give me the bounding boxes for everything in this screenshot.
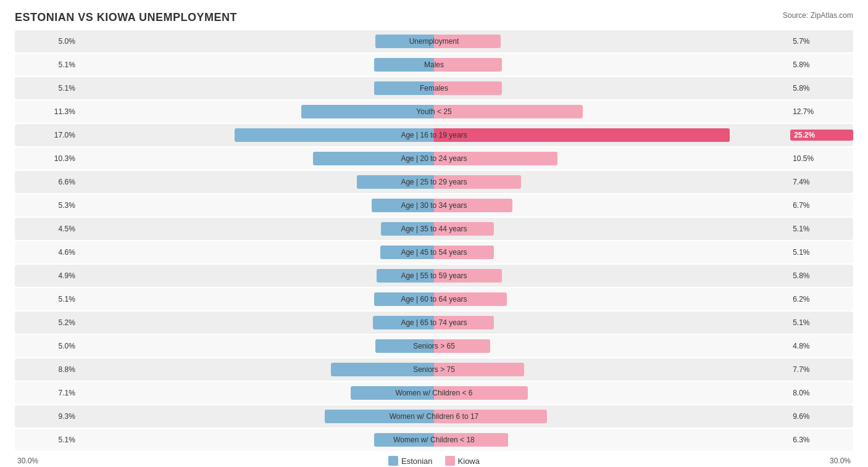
bar-row: 7.1%Women w/ Children < 68.0% xyxy=(15,382,853,404)
right-value: 4.8% xyxy=(790,342,853,350)
left-value: 5.1% xyxy=(15,295,78,304)
kiowa-legend-label: Kiowa xyxy=(458,457,480,466)
row-label: Women w/ Children < 18 xyxy=(393,436,475,444)
bar-row: 5.0%Unemployment5.7% xyxy=(15,30,853,52)
bar-row: 4.6%Age | 45 to 54 years5.1% xyxy=(15,241,853,263)
row-label: Age | 25 to 29 years xyxy=(401,178,467,186)
row-label: Age | 16 to 19 years xyxy=(401,131,467,139)
chart-container: ESTONIAN VS KIOWA UNEMPLOYMENT Source: Z… xyxy=(0,0,868,467)
right-value: 7.4% xyxy=(790,178,853,186)
right-value: 5.1% xyxy=(790,225,853,233)
row-label: Age | 20 to 24 years xyxy=(401,154,467,163)
row-label: Age | 55 to 59 years xyxy=(401,271,467,280)
bars-wrapper: Unemployment xyxy=(82,30,787,52)
chart-header: ESTONIAN VS KIOWA UNEMPLOYMENT Source: Z… xyxy=(15,11,853,24)
row-label: Unemployment xyxy=(409,37,459,46)
right-value: 5.7% xyxy=(790,37,853,46)
left-value: 4.5% xyxy=(15,225,78,233)
right-value: 9.6% xyxy=(790,412,853,421)
bars-wrapper: Females xyxy=(82,77,787,99)
left-value: 5.1% xyxy=(15,436,78,444)
right-value: 12.7% xyxy=(790,107,853,116)
legend-item-estonian: Estonian xyxy=(388,456,433,466)
bar-kiowa xyxy=(434,58,502,72)
left-value: 8.8% xyxy=(15,365,78,374)
bars-wrapper: Women w/ Children < 18 xyxy=(82,429,787,451)
right-value: 8.0% xyxy=(790,389,853,397)
left-value: 7.1% xyxy=(15,389,78,397)
row-label: Women w/ Children < 6 xyxy=(396,389,473,397)
left-value: 5.1% xyxy=(15,60,78,69)
left-value: 5.0% xyxy=(15,37,78,46)
right-value: 5.8% xyxy=(790,84,853,93)
left-value: 17.0% xyxy=(15,131,78,139)
bar-row: 4.5%Age | 35 to 44 years5.1% xyxy=(15,218,853,240)
legend: Estonian Kiowa xyxy=(388,456,480,466)
bar-kiowa xyxy=(434,105,583,118)
axis-left-label: 30.0% xyxy=(17,457,38,465)
bars-wrapper: Age | 35 to 44 years xyxy=(82,218,787,240)
row-label: Females xyxy=(420,84,448,93)
left-value: 4.6% xyxy=(15,248,78,257)
left-value: 6.6% xyxy=(15,178,78,186)
bar-kiowa xyxy=(434,128,730,142)
bar-row: 9.3%Women w/ Children 6 to 179.6% xyxy=(15,405,853,428)
row-label: Age | 65 to 74 years xyxy=(401,318,467,327)
bars-wrapper: Age | 60 to 64 years xyxy=(82,288,787,310)
left-value: 10.3% xyxy=(15,154,78,163)
row-label: Males xyxy=(424,60,444,69)
bar-row: 10.3%Age | 20 to 24 years10.5% xyxy=(15,147,853,170)
left-value: 4.9% xyxy=(15,271,78,280)
right-value: 7.7% xyxy=(790,365,853,374)
left-value: 5.3% xyxy=(15,201,78,210)
bars-wrapper: Age | 45 to 54 years xyxy=(82,241,787,263)
bars-wrapper: Age | 16 to 19 years xyxy=(82,124,787,146)
legend-item-kiowa: Kiowa xyxy=(445,456,480,466)
estonian-legend-label: Estonian xyxy=(401,457,433,466)
row-label: Age | 60 to 64 years xyxy=(401,295,467,304)
right-value: 5.8% xyxy=(790,271,853,280)
row-label: Age | 35 to 44 years xyxy=(401,225,467,233)
row-label: Age | 30 to 34 years xyxy=(401,201,467,210)
bars-wrapper: Youth < 25 xyxy=(82,101,787,123)
bar-row: 11.3%Youth < 2512.7% xyxy=(15,101,853,123)
bars-wrapper: Age | 55 to 59 years xyxy=(82,265,787,287)
right-value: 6.3% xyxy=(790,436,853,444)
left-value: 5.1% xyxy=(15,84,78,93)
bars-wrapper: Age | 65 to 74 years xyxy=(82,312,787,334)
right-value: 25.2% xyxy=(790,130,853,141)
chart-area: 5.0%Unemployment5.7%5.1%Males5.8%5.1%Fem… xyxy=(15,30,853,451)
right-value: 10.5% xyxy=(790,154,853,163)
bar-row: 5.3%Age | 30 to 34 years6.7% xyxy=(15,194,853,217)
bars-wrapper: Women w/ Children < 6 xyxy=(82,382,787,404)
bar-row: 5.1%Females5.8% xyxy=(15,77,853,99)
right-value: 5.1% xyxy=(790,248,853,257)
row-label: Women w/ Children 6 to 17 xyxy=(390,412,479,421)
bar-row: 5.1%Women w/ Children < 186.3% xyxy=(15,429,853,451)
row-label: Seniors > 75 xyxy=(413,365,455,374)
right-value: 6.2% xyxy=(790,295,853,304)
chart-title: ESTONIAN VS KIOWA UNEMPLOYMENT xyxy=(15,11,237,24)
chart-footer: 30.0% Estonian Kiowa 30.0% xyxy=(15,456,853,466)
bars-wrapper: Age | 30 to 34 years xyxy=(82,194,787,217)
bars-wrapper: Seniors > 65 xyxy=(82,335,787,357)
row-label: Seniors > 65 xyxy=(413,342,455,350)
bars-wrapper: Age | 25 to 29 years xyxy=(82,171,787,193)
bar-row: 5.2%Age | 65 to 74 years5.1% xyxy=(15,312,853,334)
right-value: 5.1% xyxy=(790,318,853,327)
bar-row: 8.8%Seniors > 757.7% xyxy=(15,358,853,381)
row-label: Youth < 25 xyxy=(416,107,451,116)
axis-right-label: 30.0% xyxy=(830,457,851,465)
row-label: Age | 45 to 54 years xyxy=(401,248,467,257)
right-value: 6.7% xyxy=(790,201,853,210)
bar-row: 6.6%Age | 25 to 29 years7.4% xyxy=(15,171,853,193)
bar-row: 5.0%Seniors > 654.8% xyxy=(15,335,853,357)
bars-wrapper: Seniors > 75 xyxy=(82,358,787,381)
bar-row: 5.1%Age | 60 to 64 years6.2% xyxy=(15,288,853,310)
bar-row: 4.9%Age | 55 to 59 years5.8% xyxy=(15,265,853,287)
bar-row: 5.1%Males5.8% xyxy=(15,54,853,76)
bar-estonian xyxy=(301,105,434,118)
bar-row: 17.0%Age | 16 to 19 years25.2% xyxy=(15,124,853,146)
bars-wrapper: Age | 20 to 24 years xyxy=(82,147,787,170)
bars-wrapper: Males xyxy=(82,54,787,76)
